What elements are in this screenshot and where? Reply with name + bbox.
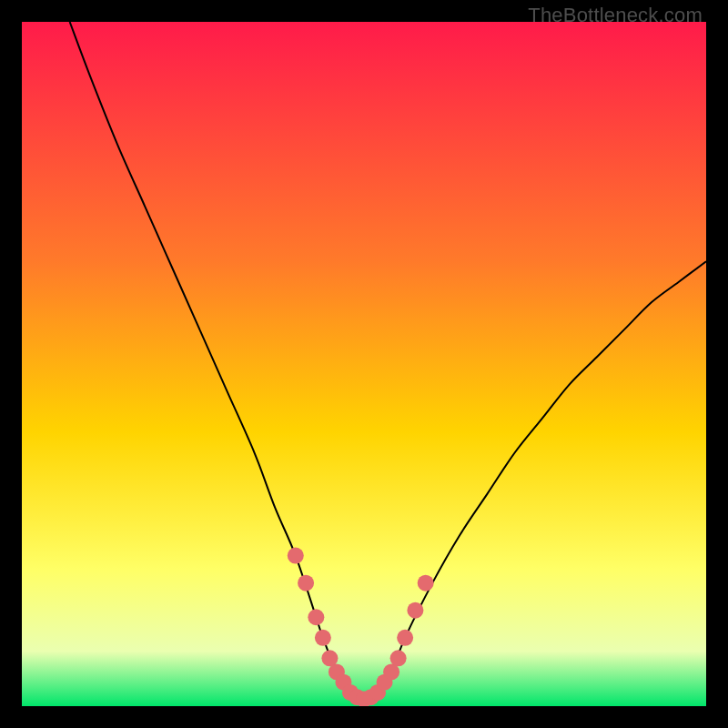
highlight-marker [288,548,304,564]
watermark-text: TheBottleneck.com [528,4,703,27]
highlight-marker [397,630,413,646]
chart-frame [22,22,706,706]
highlight-marker [298,575,314,592]
highlight-marker [407,602,423,619]
highlight-marker [315,630,331,646]
highlight-marker [308,609,324,625]
gradient-background [22,22,706,706]
highlight-marker [390,650,407,666]
highlight-marker [418,575,434,592]
bottleneck-chart [22,22,706,706]
